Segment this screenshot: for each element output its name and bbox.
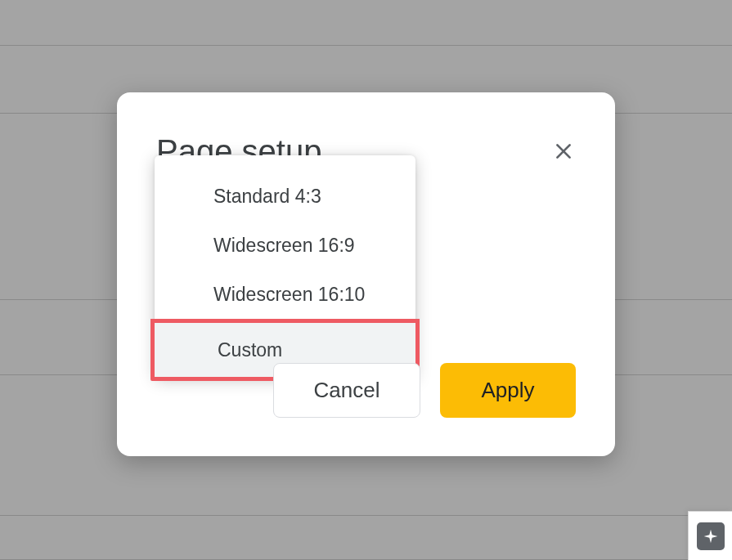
option-standard-4-3[interactable]: Standard 4:3	[155, 172, 415, 221]
page-size-dropdown: Standard 4:3 Widescreen 16:9 Widescreen …	[155, 155, 415, 377]
sparkle-icon	[703, 528, 719, 544]
option-label: Widescreen 16:10	[213, 284, 365, 306]
dialog-actions: Cancel Apply	[273, 363, 576, 418]
option-widescreen-16-10[interactable]: Widescreen 16:10	[155, 270, 415, 319]
option-label: Standard 4:3	[213, 186, 321, 208]
explore-button[interactable]	[688, 511, 732, 560]
button-label: Cancel	[314, 378, 380, 403]
page-setup-dialog: Page setup Standard 4:3 Widescreen 16:9 …	[117, 92, 615, 456]
button-label: Apply	[481, 378, 534, 403]
option-label: Widescreen 16:9	[213, 235, 355, 257]
apply-button[interactable]: Apply	[440, 363, 576, 418]
option-label: Custom	[218, 339, 282, 361]
close-icon	[553, 141, 574, 162]
close-button[interactable]	[550, 138, 577, 164]
sparkle-icon-container	[697, 522, 725, 550]
option-widescreen-16-9[interactable]: Widescreen 16:9	[155, 221, 415, 270]
cancel-button[interactable]: Cancel	[273, 363, 420, 418]
